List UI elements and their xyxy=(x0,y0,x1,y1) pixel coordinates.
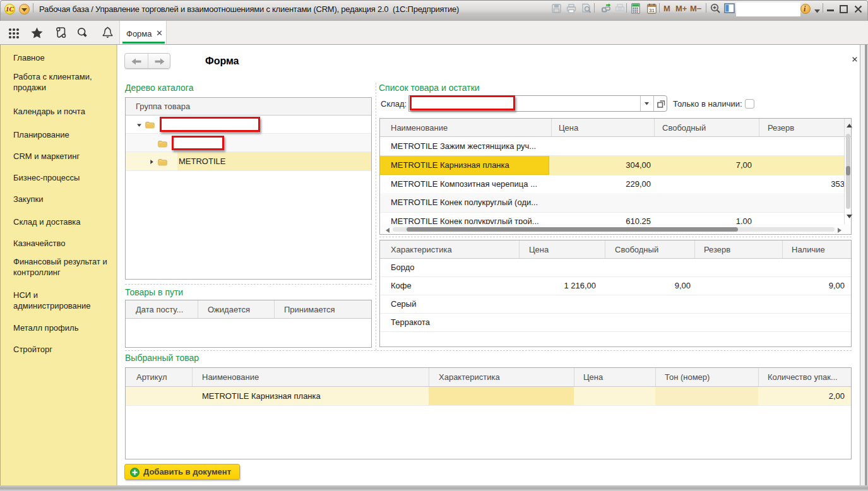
svg-text:31: 31 xyxy=(649,8,655,13)
